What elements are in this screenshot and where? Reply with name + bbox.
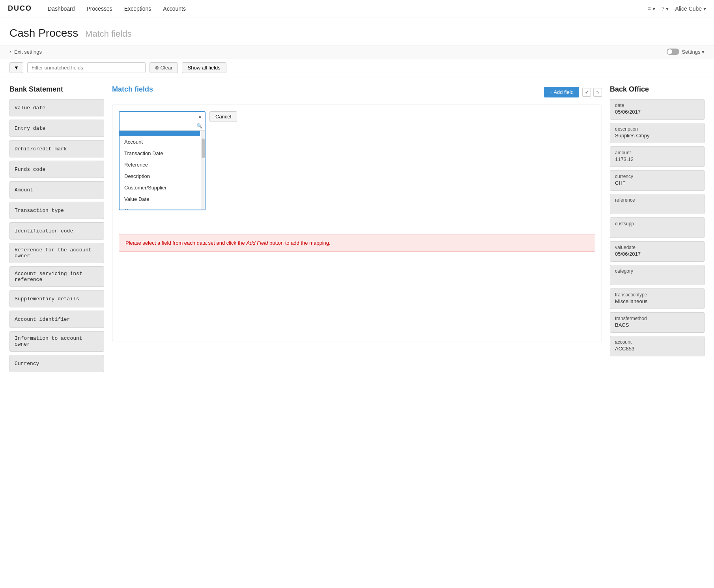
dropdown-header: ▲ bbox=[120, 112, 205, 121]
cancel-btn[interactable]: Cancel bbox=[209, 111, 237, 122]
page-header: Cash Process Match fields bbox=[0, 17, 714, 45]
bo-field-item: valuedate05/06/2017 bbox=[610, 241, 705, 262]
bo-field-name: description bbox=[615, 126, 699, 132]
exit-settings-btn[interactable]: ‹ Exit settings bbox=[9, 49, 42, 55]
bo-field-item: currencyCHF bbox=[610, 170, 705, 191]
bank-field-item: Supplementary details bbox=[9, 290, 104, 307]
filter-input[interactable] bbox=[27, 62, 146, 73]
show-all-fields-btn[interactable]: Show all fields bbox=[182, 62, 226, 73]
back-office-title: Back Office bbox=[610, 85, 705, 94]
match-fields-header: Match fields + Add field ⤢ ⤡ bbox=[112, 85, 602, 99]
help-icon[interactable]: ? ▾ bbox=[662, 6, 669, 12]
bo-field-name: amount bbox=[615, 150, 699, 155]
expand-icons: ⤢ ⤡ bbox=[582, 88, 602, 97]
expand-icon-2[interactable]: ⤡ bbox=[593, 88, 602, 97]
bo-field-value: BACS bbox=[615, 322, 699, 328]
menu-icon[interactable]: ≡ ▾ bbox=[648, 6, 655, 12]
dropdown-item[interactable]: Description bbox=[120, 170, 200, 182]
bo-field-name: valuedate bbox=[615, 245, 699, 250]
dropdown-item[interactable]: Customer/Supplier bbox=[120, 182, 200, 193]
dropdown-item[interactable]: Reference bbox=[120, 159, 200, 170]
dropdown-list-container: AccountTransaction DateReferenceDescript… bbox=[120, 131, 205, 210]
dropdown-scrollthumb[interactable] bbox=[202, 139, 205, 158]
nav-dashboard[interactable]: Dashboard bbox=[48, 6, 75, 12]
bo-field-item: accountACC853 bbox=[610, 336, 705, 356]
bank-field-item: Information to account owner bbox=[9, 331, 104, 352]
back-office-fields: date05/06/2017descriptionSupplies Cmpyam… bbox=[610, 99, 705, 356]
filter-funnel-icon: ▼ bbox=[14, 65, 19, 71]
bo-field-value: ACC853 bbox=[615, 346, 699, 352]
filter-bar: ▼ ⊗ Clear Show all fields bbox=[0, 58, 714, 77]
bo-field-item: amount1173.12 bbox=[610, 146, 705, 167]
bo-field-value: 1173.12 bbox=[615, 156, 699, 162]
bank-field-item: Identification code bbox=[9, 222, 104, 240]
filter-dropdown-btn[interactable]: ▼ bbox=[9, 62, 23, 73]
bo-field-item: category bbox=[610, 265, 705, 285]
settings-bar: ‹ Exit settings Settings ▾ bbox=[0, 45, 714, 58]
toggle-switch-icon[interactable] bbox=[667, 49, 679, 55]
bank-statement-column: Bank Statement Value dateEntry dateDebit… bbox=[9, 85, 104, 375]
add-field-btn[interactable]: + Add field bbox=[544, 87, 579, 97]
bank-field-item: Value date bbox=[9, 99, 104, 116]
settings-toggle[interactable]: Settings ▾ bbox=[667, 49, 705, 55]
error-italic-1: Add Field bbox=[246, 240, 268, 246]
nav-processes[interactable]: Processes bbox=[87, 6, 112, 12]
bank-field-item: Account identifier bbox=[9, 311, 104, 328]
dropdown-item[interactable] bbox=[120, 131, 200, 136]
nav-links: Dashboard Processes Exceptions Accounts bbox=[48, 6, 648, 12]
dropdown-search: 🔍 bbox=[120, 121, 205, 131]
dropdown-item[interactable]: Currency bbox=[120, 205, 200, 210]
bank-field-item: Entry date bbox=[9, 120, 104, 137]
exit-arrow-icon: ‹ bbox=[9, 49, 11, 55]
navbar: DUCO Dashboard Processes Exceptions Acco… bbox=[0, 0, 714, 17]
bo-field-value: 05/06/2017 bbox=[615, 109, 699, 115]
bank-field-item: Currency bbox=[9, 355, 104, 372]
bo-field-item: date05/06/2017 bbox=[610, 99, 705, 120]
dropdown-item[interactable]: Transaction Date bbox=[120, 148, 200, 159]
bo-field-name: custsupp bbox=[615, 221, 699, 227]
field-dropdown: ▲ 🔍 AccountTransaction DateReferenceDesc… bbox=[119, 111, 206, 210]
bo-field-value: 05/06/2017 bbox=[615, 251, 699, 257]
dropdown-item[interactable]: Account bbox=[120, 136, 200, 148]
expand-icon-1[interactable]: ⤢ bbox=[582, 88, 591, 97]
page-subtitle: Match fields bbox=[85, 29, 131, 39]
bo-field-name: transactiontype bbox=[615, 292, 699, 298]
page-title: Cash Process Match fields bbox=[9, 27, 705, 39]
bo-field-value: Supplies Cmpy bbox=[615, 133, 699, 139]
bo-field-item: custsupp bbox=[610, 217, 705, 238]
dropdown-list: AccountTransaction DateReferenceDescript… bbox=[120, 131, 205, 210]
error-box: Please select a field from each data set… bbox=[119, 234, 595, 252]
bank-field-item: Account servicing inst reference bbox=[9, 266, 104, 287]
dropdown-scroll-up-icon[interactable]: ▲ bbox=[198, 114, 202, 119]
bo-field-item: transfermethodBACS bbox=[610, 312, 705, 333]
bank-field-item: Funds code bbox=[9, 161, 104, 178]
bo-field-name: category bbox=[615, 268, 699, 274]
bo-field-name: reference bbox=[615, 197, 699, 203]
user-menu[interactable]: Alice Cube ▾ bbox=[675, 6, 706, 12]
bo-field-value: Miscellaneous bbox=[615, 298, 699, 304]
match-row: ▲ 🔍 AccountTransaction DateReferenceDesc… bbox=[119, 111, 595, 210]
dropdown-search-icon: 🔍 bbox=[196, 123, 202, 129]
dropdown-item[interactable]: Value Date bbox=[120, 193, 200, 205]
bank-field-item: Transaction type bbox=[9, 202, 104, 219]
navbar-right: ≡ ▾ ? ▾ Alice Cube ▾ bbox=[648, 6, 706, 12]
bank-statement-title: Bank Statement bbox=[9, 85, 104, 94]
match-fields-title: Match fields bbox=[112, 85, 153, 94]
nav-exceptions[interactable]: Exceptions bbox=[124, 6, 151, 12]
dropdown-scrolltrack bbox=[201, 131, 205, 210]
bo-field-value: CHF bbox=[615, 180, 699, 186]
bank-statement-fields: Value dateEntry dateDebit/credit markFun… bbox=[9, 99, 104, 372]
nav-accounts[interactable]: Accounts bbox=[163, 6, 186, 12]
bo-field-item: reference bbox=[610, 194, 705, 214]
bank-field-item: Debit/credit mark bbox=[9, 140, 104, 157]
back-office-column: Back Office date05/06/2017descriptionSup… bbox=[610, 85, 705, 375]
bo-field-name: account bbox=[615, 339, 699, 345]
bo-field-name: date bbox=[615, 103, 699, 108]
bank-field-item: Reference for the account owner bbox=[9, 243, 104, 263]
match-fields-column: Match fields + Add field ⤢ ⤡ ▲ bbox=[104, 85, 610, 375]
brand-logo: DUCO bbox=[8, 4, 32, 13]
bo-field-item: descriptionSupplies Cmpy bbox=[610, 123, 705, 143]
dropdown-search-input[interactable] bbox=[122, 123, 196, 129]
clear-btn[interactable]: ⊗ Clear bbox=[150, 62, 178, 73]
bo-field-item: transactiontypeMiscellaneous bbox=[610, 288, 705, 309]
